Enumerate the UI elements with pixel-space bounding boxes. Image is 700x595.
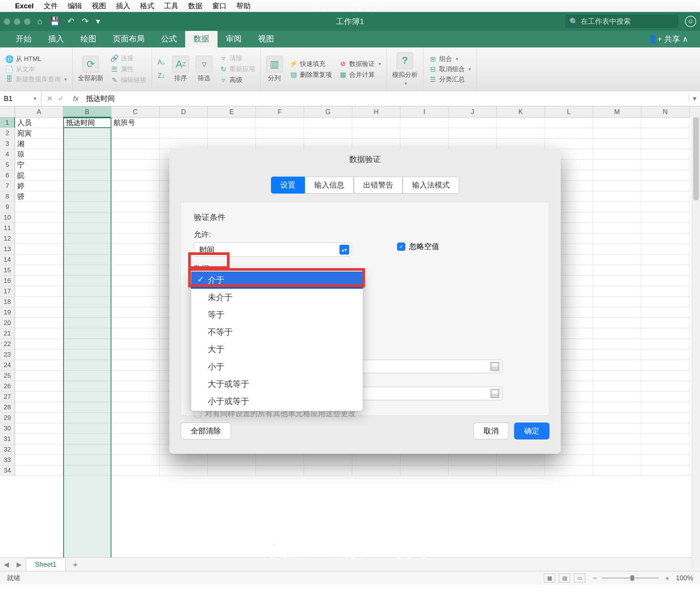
cell[interactable] <box>208 117 256 128</box>
row-header[interactable]: 15 <box>0 265 15 276</box>
cell[interactable] <box>160 455 208 465</box>
cell[interactable] <box>545 128 593 139</box>
edit-links-button[interactable]: ✎编辑链接 <box>110 76 146 84</box>
cell[interactable] <box>15 392 63 402</box>
cell[interactable] <box>160 465 208 476</box>
cell[interactable] <box>208 465 256 476</box>
cell[interactable] <box>15 276 63 286</box>
cell[interactable] <box>641 139 689 149</box>
cell[interactable] <box>593 392 641 402</box>
cell[interactable] <box>304 117 352 128</box>
cell[interactable] <box>15 339 63 349</box>
cell[interactable] <box>63 223 111 233</box>
cell[interactable] <box>160 117 208 128</box>
cell[interactable] <box>63 328 111 339</box>
next-sheet-icon[interactable]: ▶ <box>13 560 26 569</box>
cell[interactable] <box>641 265 689 276</box>
row-header[interactable]: 30 <box>0 423 15 434</box>
cell[interactable] <box>15 233 63 244</box>
cell[interactable] <box>545 455 593 465</box>
cell[interactable] <box>304 128 352 139</box>
cell[interactable] <box>593 191 641 202</box>
cell[interactable] <box>593 233 641 244</box>
cell[interactable] <box>111 297 160 307</box>
cell[interactable] <box>400 128 449 139</box>
cell[interactable] <box>593 276 641 286</box>
flash-fill-button[interactable]: ⚡快速填充 <box>289 60 332 68</box>
cell[interactable] <box>63 181 111 191</box>
row-header[interactable]: 33 <box>0 455 15 465</box>
redo-icon[interactable]: ↷ <box>82 17 88 26</box>
page-layout-view-icon[interactable]: ▤ <box>559 574 570 583</box>
column-header[interactable]: D <box>160 106 208 117</box>
accept-formula-icon[interactable]: ✓ <box>58 94 64 103</box>
home-icon[interactable]: ⌂ <box>37 17 42 26</box>
cell[interactable] <box>63 307 111 318</box>
cell[interactable] <box>641 202 689 212</box>
cell[interactable] <box>641 170 689 181</box>
row-header[interactable]: 31 <box>0 434 15 444</box>
menu-insert[interactable]: 插入 <box>116 1 130 11</box>
cell[interactable] <box>352 139 400 149</box>
cell[interactable] <box>641 392 689 402</box>
menu-edit[interactable]: 编辑 <box>68 1 82 11</box>
cell[interactable] <box>15 349 63 360</box>
column-header[interactable]: A <box>15 106 63 117</box>
cell[interactable] <box>641 328 689 339</box>
properties-button[interactable]: ☰属性 <box>110 65 146 73</box>
column-header[interactable]: K <box>497 106 545 117</box>
cell[interactable] <box>15 371 63 381</box>
cell[interactable] <box>63 349 111 360</box>
cell[interactable] <box>641 360 689 371</box>
row-header[interactable]: 12 <box>0 233 15 244</box>
zoom-out-icon[interactable]: − <box>593 574 597 582</box>
row-header[interactable]: 32 <box>0 444 15 455</box>
cell[interactable] <box>641 233 689 244</box>
cell[interactable] <box>15 297 63 307</box>
row-header[interactable]: 10 <box>0 212 15 223</box>
cell[interactable] <box>449 455 497 465</box>
refresh-all-button[interactable]: ⟳全部刷新 <box>78 56 103 82</box>
cell[interactable] <box>15 423 63 434</box>
cell[interactable] <box>545 465 593 476</box>
cell[interactable] <box>593 434 641 444</box>
cell[interactable]: 琼 <box>15 149 63 160</box>
cell[interactable] <box>641 117 689 128</box>
tab-formula[interactable]: 公式 <box>153 30 185 47</box>
row-header[interactable]: 23 <box>0 349 15 360</box>
cell[interactable] <box>111 371 160 381</box>
dropdown-option[interactable]: 大于或等于 <box>191 375 363 393</box>
cell[interactable] <box>15 465 63 476</box>
cell[interactable] <box>63 212 111 223</box>
dropdown-option[interactable]: 小于或等于 <box>191 393 363 410</box>
cell[interactable] <box>593 223 641 233</box>
group-button[interactable]: ⊞组合 <box>429 55 471 63</box>
cell[interactable] <box>593 170 641 181</box>
dialog-tab-ime-mode[interactable]: 输入法模式 <box>403 177 459 194</box>
cell[interactable] <box>593 318 641 328</box>
cell[interactable] <box>497 455 545 465</box>
cell[interactable] <box>63 170 111 181</box>
cell[interactable] <box>593 455 641 465</box>
cell[interactable] <box>593 371 641 381</box>
cell[interactable] <box>593 212 641 223</box>
zoom-in-icon[interactable]: ＋ <box>664 574 671 583</box>
cell[interactable]: 宁 <box>15 160 63 170</box>
maximize-window-icon[interactable] <box>24 18 30 25</box>
name-box[interactable]: B1 ▼ <box>0 91 41 106</box>
cell[interactable] <box>641 297 689 307</box>
cell[interactable]: 湘 <box>15 139 63 149</box>
cell[interactable] <box>63 202 111 212</box>
cell[interactable] <box>641 434 689 444</box>
filter-button[interactable]: ▿筛选 <box>196 56 212 82</box>
column-header[interactable]: H <box>352 106 400 117</box>
dropdown-option[interactable]: 小于 <box>191 358 363 375</box>
cell[interactable] <box>15 444 63 455</box>
cell[interactable] <box>111 423 160 434</box>
dialog-tab-error-alert[interactable]: 出错警告 <box>354 177 403 194</box>
row-header[interactable]: 6 <box>0 170 15 181</box>
menu-tools[interactable]: 工具 <box>164 1 178 11</box>
cell[interactable] <box>449 139 497 149</box>
cell[interactable] <box>400 455 449 465</box>
text-to-columns-button[interactable]: ▥分列 <box>266 56 283 82</box>
